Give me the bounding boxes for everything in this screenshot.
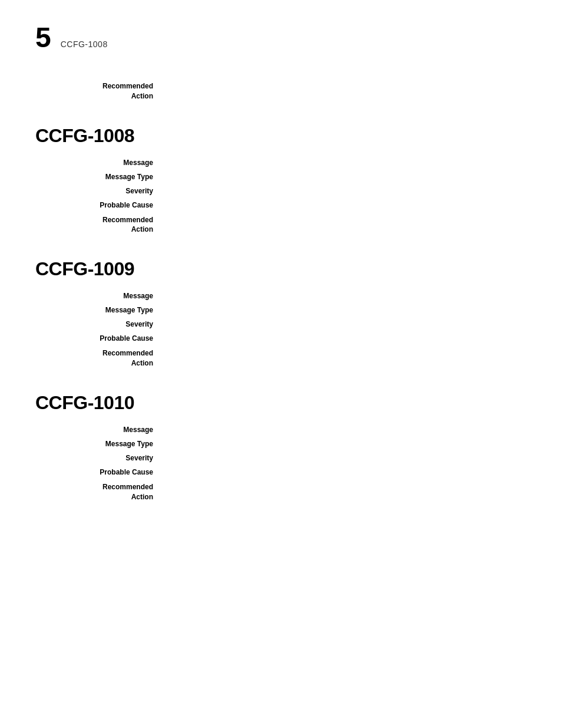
field-row-ccfg-1010-0: Message [35, 426, 527, 434]
field-label-ccfg-1008-2: Severity [35, 187, 153, 195]
field-label-ccfg-1009-4: RecommendedAction [35, 348, 153, 368]
field-row-ccfg-1009-1: Message Type [35, 306, 527, 314]
field-label-ccfg-1009-2: Severity [35, 320, 153, 328]
top-recommended-action-label: Recommended Action [71, 81, 153, 101]
field-row-ccfg-1009-4: RecommendedAction [35, 348, 527, 368]
sections-container: CCFG-1008MessageMessage TypeSeverityProb… [35, 125, 527, 502]
section-title-ccfg-1010: CCFG-1010 [35, 392, 527, 414]
field-label-ccfg-1009-3: Probable Cause [35, 334, 153, 342]
field-label-ccfg-1009-1: Message Type [35, 306, 153, 314]
field-row-ccfg-1010-3: Probable Cause [35, 468, 527, 476]
field-row-ccfg-1008-0: Message [35, 159, 527, 167]
section-ccfg-1009: CCFG-1009MessageMessage TypeSeverityProb… [35, 258, 527, 368]
field-label-ccfg-1008-1: Message Type [35, 173, 153, 181]
field-row-ccfg-1010-1: Message Type [35, 440, 527, 448]
field-label-ccfg-1008-4: RecommendedAction [35, 215, 153, 235]
field-label-ccfg-1009-0: Message [35, 292, 153, 300]
page-code: CCFG-1008 [61, 39, 108, 49]
section-ccfg-1010: CCFG-1010MessageMessage TypeSeverityProb… [35, 392, 527, 502]
field-label-ccfg-1008-3: Probable Cause [35, 201, 153, 209]
page-number: 5 [35, 24, 51, 52]
field-label-ccfg-1008-0: Message [35, 159, 153, 167]
page-header: 5 CCFG-1008 [35, 24, 527, 52]
field-row-ccfg-1008-4: RecommendedAction [35, 215, 527, 235]
section-title-ccfg-1009: CCFG-1009 [35, 258, 527, 280]
field-row-ccfg-1010-2: Severity [35, 454, 527, 462]
field-row-ccfg-1009-3: Probable Cause [35, 334, 527, 342]
section-title-ccfg-1008: CCFG-1008 [35, 125, 527, 147]
field-row-ccfg-1008-3: Probable Cause [35, 201, 527, 209]
field-label-ccfg-1010-1: Message Type [35, 440, 153, 448]
field-row-ccfg-1009-0: Message [35, 292, 527, 300]
field-row-ccfg-1010-4: RecommendedAction [35, 482, 527, 502]
field-label-ccfg-1010-0: Message [35, 426, 153, 434]
field-row-ccfg-1008-1: Message Type [35, 173, 527, 181]
field-label-ccfg-1010-3: Probable Cause [35, 468, 153, 476]
section-ccfg-1008: CCFG-1008MessageMessage TypeSeverityProb… [35, 125, 527, 235]
field-label-ccfg-1010-4: RecommendedAction [35, 482, 153, 502]
field-row-ccfg-1009-2: Severity [35, 320, 527, 328]
field-label-ccfg-1010-2: Severity [35, 454, 153, 462]
field-row-ccfg-1008-2: Severity [35, 187, 527, 195]
top-recommended-action: Recommended Action [71, 81, 153, 101]
